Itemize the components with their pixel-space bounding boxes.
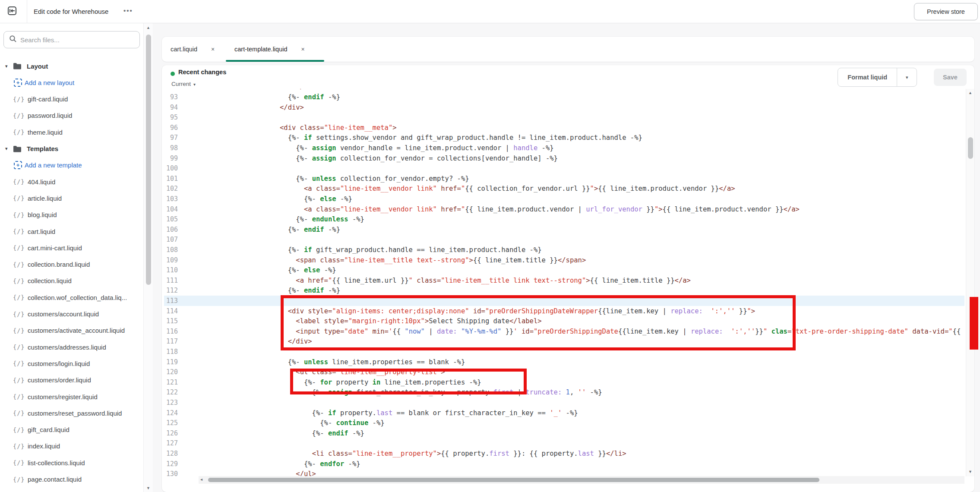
code-line-108[interactable]: {%- if gift_wrap_product.handle == line_… (183, 245, 542, 255)
sidebar-file-cart-mini-cart-liquid[interactable]: {/}cart.mini-cart.liquid (0, 240, 143, 256)
code-line-98[interactable]: {%- assign vendor_handle = line_item.pro… (183, 143, 554, 154)
code-line-122[interactable]: {%- assign first_character_in_key = prop… (183, 388, 602, 398)
code-line-111[interactable]: <a href="{{ line_item.url }}" class="lin… (183, 276, 691, 286)
liquid-file-icon: {/} (13, 344, 25, 350)
sidebar-file-customers-account-liquid[interactable]: {/}customers/account.liquid (0, 306, 143, 322)
close-tab-icon[interactable]: × (211, 46, 215, 53)
liquid-file-icon: {/} (13, 377, 25, 384)
code-line-125[interactable]: {%- continue -%} (183, 418, 385, 429)
sidebar-file-index-liquid[interactable]: {/}index.liquid (0, 438, 143, 454)
code-line-126[interactable]: {%- endif -%} (183, 429, 364, 439)
sidebar-file-customers-activate-account-liquid[interactable]: {/}customers/activate_account.liquid (0, 322, 143, 339)
close-tab-icon[interactable]: × (301, 46, 305, 53)
code-line-103[interactable]: {%- else -%} (183, 194, 352, 205)
code-editor-area[interactable]: 9293949596979899100101102103104105106107… (164, 89, 964, 476)
caret-down-icon[interactable]: ▾ (5, 63, 11, 69)
scroll-down-icon[interactable]: ▼ (144, 486, 153, 490)
editor-hscroll-thumb[interactable] (208, 478, 819, 482)
code-line-105[interactable]: {%- endunless -%} (183, 214, 364, 225)
format-liquid-split-button[interactable]: Format liquid ▾ (838, 68, 917, 87)
code-line-97[interactable]: {%- if settings.show_vendor and gift_wra… (183, 133, 642, 143)
code-line-109[interactable]: <span class="line-item__title text--stro… (183, 255, 586, 266)
code-line-124[interactable]: {%- if property.last == blank or first_c… (183, 408, 578, 419)
sidebar-file-collection-brand-liquid[interactable]: {/}collection.brand.liquid (0, 256, 143, 273)
sidebar-file-customers-order-liquid[interactable]: {/}customers/order.liquid (0, 372, 143, 388)
code-line-119[interactable]: {%- unless line_item.properties == blank… (183, 357, 465, 368)
action-label: Add a new layout (25, 79, 74, 86)
save-button[interactable]: Save (934, 69, 967, 86)
code-line-99[interactable]: {%- assign collection_for_vendor = colle… (183, 154, 558, 164)
sidebar-scroll-thumb[interactable] (146, 35, 151, 285)
sidebar-file-customers-reset-password-liquid[interactable]: {/}customers/reset_password.liquid (0, 405, 143, 421)
sidebar-file-blog-liquid[interactable]: {/}blog.liquid (0, 207, 143, 223)
scroll-up-icon[interactable]: ▲ (144, 25, 153, 30)
sidebar-file-password-liquid[interactable]: {/}password.liquid (0, 107, 143, 124)
sidebar-file-cart-liquid[interactable]: {/}cart.liquid (0, 223, 143, 240)
sidebar-file-customers-login-liquid[interactable]: {/}customers/login.liquid (0, 355, 143, 372)
line-number: 122 (164, 388, 178, 398)
editor-vertical-scrollbar[interactable]: ▲ ▼ (966, 89, 974, 476)
liquid-file-icon: {/} (13, 228, 25, 235)
sidebar-file-collection-liquid[interactable]: {/}collection.liquid (0, 273, 143, 289)
code-line-110[interactable]: {%- else -%} (183, 265, 336, 276)
code-line-102[interactable]: <a class="line-item__vendor link" href="… (183, 184, 735, 194)
sidebar-file-404-liquid[interactable]: {/}404.liquid (0, 173, 143, 190)
sidebar-scrollbar[interactable]: ▲ ▼ (143, 23, 153, 492)
code-line-94[interactable]: </div> (183, 103, 304, 113)
code-line-117[interactable]: </div> (183, 337, 312, 347)
scroll-left-icon[interactable]: ◂ (200, 477, 202, 482)
file-label: collection.wof_collection_data.liq... (28, 294, 127, 301)
code-line-121[interactable]: {%- for property in line_item.properties… (183, 378, 481, 388)
sidebar-file-page-contact-liquid[interactable]: {/}page.contact.liquid (0, 471, 143, 488)
sidebar-file-list-collections-liquid[interactable]: {/}list-collections.liquid (0, 454, 143, 471)
search-files-input[interactable] (20, 36, 128, 44)
code-line-106[interactable]: {%- endif -%} (183, 225, 340, 235)
sidebar-section-templates[interactable]: ▾Templates (0, 141, 143, 157)
sidebar-file-collection-wof-collection-data-liq-[interactable]: {/}collection.wof_collection_data.liq... (0, 289, 143, 306)
format-liquid-button[interactable]: Format liquid (838, 68, 897, 86)
code-line-115[interactable]: <label style="margin-right:10px">Select … (183, 316, 542, 327)
sidebar-file-gift-card-liquid[interactable]: {/}gift-card.liquid (0, 91, 143, 107)
code-line-101[interactable]: {%- unless collection_for_vendor.empty? … (183, 174, 469, 184)
line-number: 128 (164, 449, 178, 459)
code-line-116[interactable]: <input type="date" min='{{ "now" | date:… (183, 327, 961, 337)
line-number: 114 (164, 306, 178, 317)
format-liquid-caret-icon[interactable]: ▾ (897, 68, 917, 86)
code-line-93[interactable]: {%- endif -%} (183, 92, 340, 103)
tab-cart-liquid[interactable]: cart.liquid × (163, 37, 225, 62)
line-number: 129 (164, 459, 178, 470)
editor-horizontal-scrollbar[interactable]: ◂ (199, 476, 964, 484)
version-dropdown[interactable]: Current▾ (171, 81, 196, 87)
code-line-104[interactable]: <a class="line-item__vendor link" href="… (183, 205, 800, 215)
code-line-120[interactable]: <ul class="line-item__property-list"> (183, 367, 445, 378)
sidebar-file-gift-card-liquid[interactable]: {/}gift_card.liquid (0, 422, 143, 438)
sidebar-action-add-a-new-layout[interactable]: +Add a new layout (0, 74, 143, 91)
sidebar-action-add-a-new-template[interactable]: +Add a new template (0, 157, 143, 173)
sidebar-file-customers-register-liquid[interactable]: {/}customers/register.liquid (0, 388, 143, 405)
exit-editor-button[interactable] (6, 6, 18, 18)
code-line-129[interactable]: {%- endfor -%} (183, 459, 360, 470)
editor-tab-bar: cart.liquid × cart-template.liquid × (162, 37, 974, 62)
code-line-114[interactable]: <div style="align-items: center;display:… (183, 306, 755, 317)
tab-cart-template-liquid[interactable]: cart-template.liquid × (226, 37, 324, 62)
scroll-down-icon[interactable]: ▼ (966, 470, 974, 474)
file-label: page.contact.liquid (28, 476, 82, 483)
sidebar-file-theme-liquid[interactable]: {/}theme.liquid (0, 124, 143, 140)
editor-vscroll-thumb[interactable] (968, 137, 973, 159)
search-files-box[interactable] (3, 31, 140, 48)
sidebar-file-page-liquid[interactable]: {/}page.liquid (0, 488, 143, 492)
sidebar-file-customers-addresses-liquid[interactable]: {/}customers/addresses.liquid (0, 339, 143, 355)
code-line-128[interactable]: <li class="line-item__property">{{ prope… (183, 449, 626, 459)
sidebar-file-article-liquid[interactable]: {/}article.liquid (0, 190, 143, 206)
preview-store-button[interactable]: Preview store (914, 3, 978, 20)
tab-label: cart.liquid (171, 46, 197, 53)
sidebar-section-layout[interactable]: ▾Layout (0, 58, 143, 74)
scroll-up-icon[interactable]: ▲ (966, 91, 974, 95)
caret-down-icon[interactable]: ▾ (5, 146, 11, 151)
more-options-icon[interactable]: ••• (123, 0, 133, 23)
file-label: gift-card.liquid (28, 95, 68, 103)
file-label: gift_card.liquid (28, 426, 70, 433)
code-line-112[interactable]: {%- endif -%} (183, 286, 340, 296)
code-line-130[interactable]: </ul> (183, 469, 316, 476)
code-line-96[interactable]: <div class="line-item__meta"> (183, 123, 397, 133)
